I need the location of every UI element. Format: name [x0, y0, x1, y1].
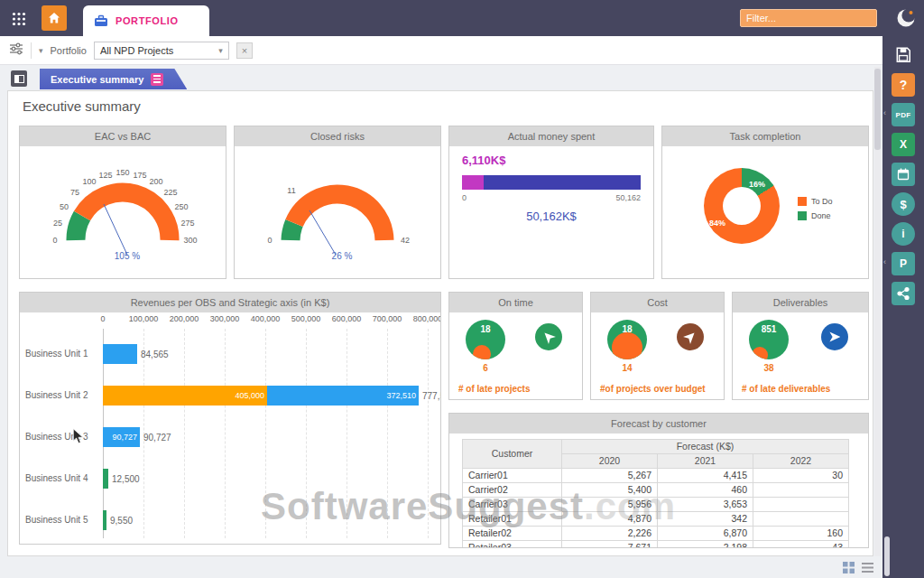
todo-percent-label: 84%: [709, 219, 725, 228]
cost-over-bubble: [612, 332, 642, 359]
export-excel-icon[interactable]: X: [892, 133, 915, 156]
on-time-late-count: 6: [466, 363, 505, 373]
card-forecast-title: Forecast by customer: [449, 414, 868, 434]
expand-project-chevron-icon[interactable]: ‹: [883, 257, 886, 266]
axis-tick: 400,000: [251, 314, 281, 323]
portfolio-label: Portfolio: [51, 45, 87, 56]
card-revenues: Revenues per OBS and Strategic axis (in …: [19, 292, 441, 545]
card-on-time: On time 18 6 # of late projects: [448, 292, 583, 400]
deliverables-bubble: 851: [749, 320, 789, 359]
help-glyph: ?: [900, 78, 908, 92]
on-time-total: 18: [466, 324, 505, 334]
bar-value-label: 84,565: [141, 350, 169, 359]
bar-row-label: Business Unit 5: [25, 500, 101, 540]
pdf-glyph: PDF: [896, 111, 911, 119]
money-spent-segment: [462, 175, 484, 190]
export-pdf-icon[interactable]: PDF: [892, 103, 915, 126]
mouse-cursor: [72, 428, 85, 448]
gauge-tick: 75: [70, 188, 79, 197]
brand-logo: [895, 7, 917, 29]
scrollbar-thumb[interactable]: [874, 69, 881, 150]
bar-row-label: Business Unit 2: [25, 376, 101, 415]
forecast-year-header: 2020: [562, 454, 658, 469]
app-root: { "topbar": { "tab_label": "PORTFOLIO", …: [0, 0, 924, 578]
bar-row: Business Unit 2 405,000 372,510 777,510: [20, 376, 440, 415]
card-money-spent: Actual money spent 6,110K$ 0 50,162 50,1…: [448, 126, 654, 279]
portfolio-select[interactable]: All NPD Projects ▾: [94, 42, 229, 60]
legend-item-todo: To Do: [798, 197, 833, 206]
bar-row-label: Business Unit 3: [25, 417, 101, 457]
info-icon[interactable]: i: [892, 222, 915, 246]
bar-value-label: 12,500: [112, 474, 140, 484]
done-swatch: [798, 211, 807, 220]
tab-menu-icon[interactable]: [151, 73, 163, 86]
axis-tick: 0: [100, 314, 105, 323]
bar-row: Business Unit 1 84,565: [20, 334, 440, 374]
gauge-tick: 42: [401, 236, 410, 245]
home-button[interactable]: [42, 5, 67, 31]
bar-row-label: Business Unit 1: [25, 334, 101, 374]
segment-value-label: 90,727: [112, 433, 137, 442]
grid-view-icon[interactable]: [843, 561, 855, 577]
filter-input[interactable]: [740, 9, 877, 27]
on-time-late-bubble: [473, 345, 491, 359]
share-icon[interactable]: [892, 282, 915, 305]
risks-gauge-value: 26 %: [315, 251, 369, 261]
card-cost: Cost 18 14 #of projects over budget: [590, 292, 725, 400]
sidebar-scroll-thumb[interactable]: [884, 536, 890, 576]
gauge-tick: 50: [60, 202, 69, 211]
bar-value-label: 90,727: [143, 433, 171, 443]
gauge-tick: 275: [180, 219, 194, 228]
bar-row: Business Unit 5 9,550: [20, 500, 440, 540]
tab-portfolio[interactable]: PORTFOLIO: [83, 5, 209, 36]
portfolio-caret-icon[interactable]: ▾: [39, 46, 43, 55]
bar-segment: [103, 510, 106, 530]
donut-ring: [704, 168, 780, 244]
bar-segment: 372,510: [267, 386, 419, 406]
card-risks-title: Closed risks: [235, 126, 440, 146]
deliverables-total: 851: [749, 324, 789, 334]
cost-bubble: 18: [607, 320, 647, 359]
gauge-tick: 11: [287, 186, 295, 195]
axis-tick: 600,000: [332, 314, 362, 323]
axis-tick: 700,000: [373, 314, 402, 323]
eac-gauge-value: 105 %: [100, 251, 154, 261]
forecast-customer-header: Customer: [463, 440, 562, 469]
apps-grid-icon[interactable]: [7, 7, 31, 31]
tab-portfolio-label: PORTFOLIO: [116, 15, 179, 26]
bar-value-label: 9,550: [110, 516, 133, 526]
card-eac-vs-bac: EAC vs BAC 0 25 50 75 100 125 150 175 20…: [19, 126, 226, 279]
project-p3-icon[interactable]: P: [892, 252, 915, 275]
forecast-year-header: 2021: [658, 454, 753, 469]
risks-gauge-needle: [310, 210, 336, 255]
collapse-panel-button[interactable]: [11, 70, 27, 87]
money-remaining-segment: [484, 175, 641, 190]
cost-dollar-icon[interactable]: $: [892, 192, 915, 216]
gauge-tick: 0: [267, 236, 272, 245]
axis-tick: 300,000: [210, 314, 240, 323]
deliverables-caption: # of late deliverables: [742, 384, 830, 394]
tab-executive-summary[interactable]: Executive summary: [40, 69, 187, 89]
gauge-tick: 300: [183, 236, 197, 245]
info-glyph: i: [901, 228, 904, 240]
filter-sliders-icon[interactable]: [9, 42, 23, 60]
eac-gauge: 0 25 50 75 100 125 150 175 200 225 250 2…: [28, 150, 217, 267]
split-panel-icon: [14, 75, 24, 83]
bar-segment: 405,000: [103, 386, 267, 406]
select-caret-icon: ▾: [218, 46, 223, 55]
expand-pdf-chevron-icon[interactable]: ‹: [883, 108, 886, 117]
gauge-tick: 200: [149, 177, 162, 186]
card-tasks-title: Task completion: [662, 126, 868, 146]
money-bar-chart: [462, 175, 641, 190]
save-icon[interactable]: [892, 43, 915, 67]
card-eac-title: EAC vs BAC: [20, 126, 226, 146]
clear-filter-button[interactable]: ×: [236, 42, 253, 59]
table-row: Carrier01 5,267 4,415 30: [463, 469, 849, 483]
deliverables-trend-icon: [821, 323, 848, 350]
main-panel: Executive summary EAC vs BAC 0 25 50 75 …: [7, 90, 873, 556]
calendar-icon[interactable]: [892, 163, 915, 186]
vertical-scrollbar[interactable]: [874, 67, 881, 556]
help-icon[interactable]: ?: [892, 73, 915, 97]
on-time-caption: # of late projects: [458, 384, 530, 394]
list-view-icon[interactable]: [862, 561, 873, 577]
